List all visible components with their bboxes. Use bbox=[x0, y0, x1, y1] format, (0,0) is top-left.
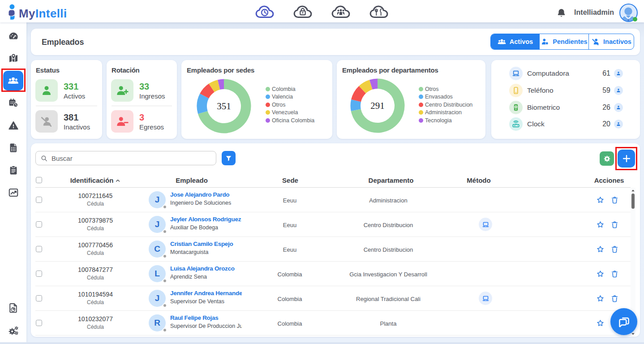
person-badge-icon[interactable] bbox=[614, 120, 623, 129]
sidebar-item-dashboard[interactable] bbox=[0, 30, 26, 41]
row-checkbox[interactable] bbox=[36, 246, 42, 252]
legend-dot bbox=[266, 87, 270, 91]
sidebar-item-charts[interactable] bbox=[0, 187, 26, 198]
person-minus-icon bbox=[111, 110, 133, 133]
id-number: 1010232077 bbox=[78, 315, 113, 322]
employee-role: Auxiliar De Bodega bbox=[170, 224, 242, 231]
filter-button[interactable] bbox=[222, 151, 236, 165]
delete-trash-icon[interactable] bbox=[610, 196, 619, 204]
sidebar-item-alerts[interactable] bbox=[0, 120, 26, 131]
table-row: 1007211645 Cédula J Jose Alejandro Pardo… bbox=[35, 188, 631, 212]
legend-label: Administracion bbox=[425, 109, 462, 116]
favorite-star-icon[interactable] bbox=[596, 270, 605, 278]
row-checkbox[interactable] bbox=[36, 320, 42, 326]
legend-label: Oficina Colombia bbox=[272, 117, 314, 124]
person-badge-icon[interactable] bbox=[614, 69, 623, 78]
employee-name-link[interactable]: Jennifer Andrea Hernande bbox=[170, 290, 242, 297]
delete-trash-icon[interactable] bbox=[610, 220, 619, 229]
legend-label: Venezuela bbox=[272, 109, 298, 116]
rotacion-card: Rotación 33 Ingresos 3 Egresos bbox=[107, 60, 177, 139]
chat-bubbles-icon bbox=[616, 314, 631, 329]
favorite-star-icon[interactable] bbox=[596, 245, 605, 254]
row-checkbox[interactable] bbox=[36, 221, 42, 228]
legend-label: Otros bbox=[272, 102, 286, 108]
favorite-star-icon[interactable] bbox=[596, 319, 605, 327]
person-badge-icon[interactable] bbox=[614, 86, 623, 95]
cloud-dining-icon[interactable] bbox=[369, 4, 389, 20]
employee-name-link[interactable]: Jose Alejandro Pardo bbox=[170, 191, 242, 198]
column-header-departamento[interactable]: Departamento bbox=[369, 176, 414, 184]
id-number: 1007770456 bbox=[78, 241, 113, 249]
delete-trash-icon[interactable] bbox=[610, 294, 619, 303]
delete-trash-icon[interactable] bbox=[610, 270, 619, 278]
cell-sede: Colombia bbox=[278, 296, 302, 302]
column-header-sede[interactable]: Sede bbox=[282, 176, 298, 184]
departamentos-legend: OtrosEnvasadosCentro DistribucionAdminis… bbox=[419, 85, 472, 125]
search-input[interactable] bbox=[52, 155, 211, 162]
sidebar-item-map[interactable] bbox=[0, 53, 26, 64]
employee-name-link[interactable]: Raul Felipe Rojas bbox=[170, 314, 242, 321]
person-slash-icon bbox=[35, 110, 58, 133]
avatar[interactable] bbox=[619, 4, 638, 22]
legend-label: Valencia bbox=[272, 94, 293, 100]
select-all-checkbox[interactable] bbox=[36, 177, 42, 183]
row-checkbox[interactable] bbox=[36, 197, 42, 203]
favorite-star-icon[interactable] bbox=[596, 294, 605, 303]
sidebar-item-payroll[interactable] bbox=[0, 142, 26, 153]
column-header-identificacion[interactable]: Identificación bbox=[70, 176, 121, 184]
legend-dot bbox=[419, 87, 423, 91]
status-tabs: Activos Pendientes Inactivos bbox=[490, 34, 634, 50]
legend-dot bbox=[419, 110, 423, 115]
id-type: Cédula bbox=[78, 201, 113, 207]
app-logo[interactable]: MyIntelli bbox=[9, 3, 67, 21]
cloud-clock-icon[interactable] bbox=[254, 4, 275, 20]
column-header-empleado[interactable]: Empleado bbox=[176, 176, 208, 184]
file-grid-icon bbox=[8, 142, 19, 153]
scroll-down-icon[interactable] bbox=[631, 333, 635, 335]
scrollbar-thumb[interactable] bbox=[631, 194, 635, 209]
cloud-lock-icon[interactable] bbox=[292, 4, 313, 20]
employee-name-link[interactable]: Jeyler Alonsos Rodriguez bbox=[170, 216, 242, 223]
page-title: Empleados bbox=[42, 38, 84, 47]
employee-name-link[interactable]: Luisa Alejandra Orozco bbox=[170, 265, 242, 272]
cell-metodo bbox=[479, 292, 492, 305]
scroll-up-icon[interactable] bbox=[631, 189, 635, 192]
map-marker-icon bbox=[8, 53, 19, 64]
id-type: Cédula bbox=[78, 250, 113, 256]
module-nav bbox=[254, 4, 389, 20]
cell-departamento: Gcia Investigacion Y Desarroll bbox=[349, 271, 427, 278]
settings-button[interactable] bbox=[600, 151, 614, 166]
row-checkbox[interactable] bbox=[36, 295, 42, 301]
device-count: 26 bbox=[602, 103, 610, 112]
top-header: MyIntelli Intelliadmin bbox=[0, 0, 644, 22]
metodo-laptop-icon bbox=[479, 292, 492, 305]
favorite-star-icon[interactable] bbox=[596, 220, 605, 229]
device-count: 59 bbox=[602, 86, 610, 95]
device-label: Biometrico bbox=[527, 103, 602, 112]
column-header-metodo[interactable]: Método bbox=[467, 176, 490, 184]
cloud-people-icon[interactable] bbox=[331, 4, 351, 20]
employee-name-link[interactable]: Cristian Camilo Espejo bbox=[170, 241, 242, 247]
sidebar-item-tasks[interactable] bbox=[0, 165, 26, 176]
row-checkbox[interactable] bbox=[36, 271, 42, 277]
tab-inactivos[interactable]: Inactivos bbox=[588, 34, 634, 49]
notifications-bell-icon[interactable] bbox=[556, 8, 567, 18]
estatus-card: Estatus 331 Activos 381 Inactivos bbox=[31, 60, 102, 139]
employee-role: Montacarguista bbox=[170, 249, 242, 255]
tab-activos[interactable]: Activos bbox=[491, 34, 539, 49]
cell-sede: Colombia bbox=[278, 271, 302, 278]
departamentos-chart-card: Empleados por departamentos 291 OtrosEnv… bbox=[337, 60, 485, 139]
tab-pendientes[interactable]: Pendientes bbox=[539, 34, 588, 49]
sidebar-item-settings[interactable] bbox=[0, 325, 26, 336]
cell-departamento: Regional Tradicional Cali bbox=[356, 296, 421, 302]
gears-icon bbox=[8, 325, 19, 336]
users-icon bbox=[497, 37, 507, 47]
sidebar-item-schedules[interactable] bbox=[0, 98, 26, 108]
chat-button[interactable] bbox=[610, 308, 637, 335]
sidebar-item-reports[interactable] bbox=[0, 302, 26, 314]
table-row: 1007847277 Cédula L Luisa Alejandra Oroz… bbox=[35, 262, 631, 286]
delete-trash-icon[interactable] bbox=[610, 245, 619, 254]
favorite-star-icon[interactable] bbox=[596, 196, 605, 204]
person-badge-icon[interactable] bbox=[614, 103, 623, 112]
person-icon bbox=[35, 79, 58, 102]
